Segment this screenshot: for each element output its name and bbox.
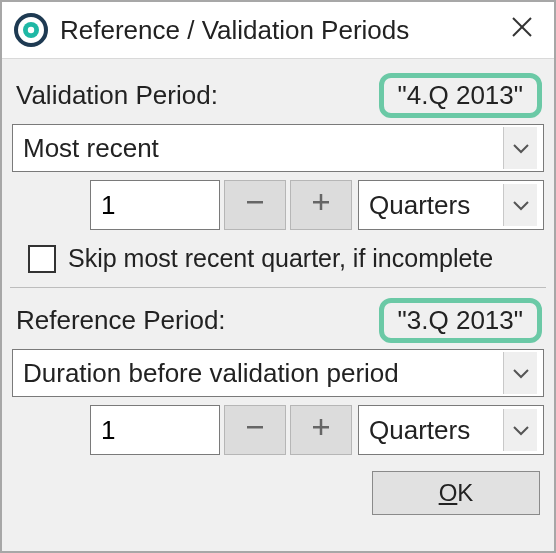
reference-validation-dialog: Reference / Validation Periods Validatio… [0, 0, 556, 553]
skip-quarter-label: Skip most recent quarter, if incomplete [68, 244, 493, 273]
reference-unit-dropdown[interactable]: Quarters [358, 405, 544, 455]
dialog-content: Validation Period: "4.Q 2013" Most recen… [2, 59, 554, 551]
chevron-down-icon [503, 127, 537, 169]
validation-period-label: Validation Period: [16, 80, 218, 111]
reference-period-label: Reference Period: [16, 305, 226, 336]
svg-rect-5 [247, 201, 263, 204]
minus-icon [243, 415, 267, 445]
plus-icon [309, 415, 333, 445]
dialog-footer: OK [10, 463, 546, 519]
svg-rect-10 [320, 419, 323, 435]
close-button[interactable] [500, 8, 544, 52]
reference-period-badge: "3.Q 2013" [379, 298, 542, 343]
chevron-down-icon [503, 184, 537, 226]
chevron-down-icon [503, 409, 537, 451]
svg-rect-8 [247, 426, 263, 429]
validation-header: Validation Period: "4.Q 2013" [10, 67, 546, 122]
svg-rect-7 [320, 194, 323, 210]
plus-icon [309, 190, 333, 220]
dialog-title: Reference / Validation Periods [60, 15, 488, 46]
close-icon [511, 16, 533, 44]
reference-mode-text: Duration before validation period [23, 358, 503, 389]
validation-decrement-button[interactable] [224, 180, 286, 230]
svg-point-2 [28, 27, 34, 33]
reference-count-input[interactable] [90, 405, 220, 455]
reference-header: Reference Period: "3.Q 2013" [10, 292, 546, 347]
validation-mode-text: Most recent [23, 133, 503, 164]
validation-count-row: Quarters [10, 178, 546, 238]
validation-period-badge: "4.Q 2013" [379, 73, 542, 118]
ok-button-label: OK [439, 479, 474, 507]
validation-increment-button[interactable] [290, 180, 352, 230]
validation-unit-dropdown[interactable]: Quarters [358, 180, 544, 230]
reference-increment-button[interactable] [290, 405, 352, 455]
validation-mode-dropdown[interactable]: Most recent [12, 124, 544, 172]
app-icon [14, 13, 48, 47]
validation-unit-text: Quarters [369, 190, 503, 221]
chevron-down-icon [503, 352, 537, 394]
minus-icon [243, 190, 267, 220]
reference-decrement-button[interactable] [224, 405, 286, 455]
skip-quarter-checkbox[interactable] [28, 245, 56, 273]
skip-quarter-row: Skip most recent quarter, if incomplete [10, 238, 546, 285]
section-divider [10, 287, 546, 288]
reference-mode-dropdown[interactable]: Duration before validation period [12, 349, 544, 397]
validation-count-input[interactable] [90, 180, 220, 230]
reference-unit-text: Quarters [369, 415, 503, 446]
titlebar: Reference / Validation Periods [2, 2, 554, 59]
reference-count-row: Quarters [10, 403, 546, 463]
ok-button[interactable]: OK [372, 471, 540, 515]
